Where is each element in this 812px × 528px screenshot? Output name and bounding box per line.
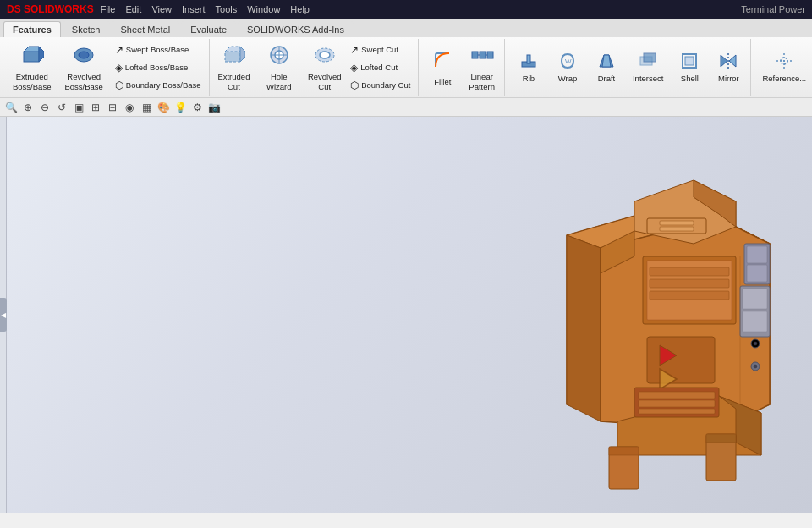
revolved-cut-button[interactable]: RevolvedCut — [304, 41, 344, 94]
reference-button[interactable]: Reference... — [756, 41, 812, 94]
main-area: ◀ — [0, 117, 812, 513]
boundary-cut-button[interactable]: ⬡ Boundary Cut — [346, 77, 414, 94]
fillet-group: Fillet Linear Pattern — [420, 39, 505, 96]
scene-button[interactable]: 🎨 — [156, 100, 171, 115]
lofted-boss-button[interactable]: ◈ Lofted Boss/Base — [111, 59, 206, 76]
intersect-icon — [639, 52, 657, 72]
svg-point-4 — [79, 52, 89, 58]
svg-marker-56 — [609, 447, 639, 455]
swept-boss-button[interactable]: ↗ Swept Boss/Base — [111, 41, 206, 58]
menu-window[interactable]: Window — [247, 4, 280, 14]
window-title: Terminal Power — [741, 4, 805, 14]
cut-group: ExtrudedCut Hole Wizard RevolvedCut — [211, 39, 420, 96]
lofted-boss-label: Lofted Boss/Base — [125, 63, 188, 72]
intersect-button[interactable]: Intersect — [627, 41, 669, 94]
svg-rect-72 — [660, 221, 694, 225]
svg-marker-23 — [602, 55, 611, 67]
svg-marker-28 — [721, 55, 727, 67]
svg-rect-52 — [747, 265, 767, 282]
wrap-label: Wrap — [558, 74, 578, 83]
reference-label: Reference... — [762, 74, 806, 83]
linear-pattern-button[interactable]: Linear Pattern — [463, 41, 501, 94]
swept-boss-icon: ↗ — [115, 44, 123, 56]
menu-help[interactable]: Help — [290, 4, 310, 14]
svg-rect-5 — [225, 52, 240, 62]
tab-sheet-metal[interactable]: Sheet Metal — [112, 21, 180, 37]
extruded-cut-button[interactable]: ExtrudedCut — [215, 41, 254, 94]
secondary-toolbar: 🔍 ⊕ ⊖ ↺ ▣ ⊞ ⊟ ◉ ▦ 🎨 💡 ⚙ 📷 — [0, 98, 812, 117]
zoom-out-button[interactable]: ⊖ — [37, 100, 52, 115]
revolved-boss-label: RevolvedBoss/Base — [64, 72, 102, 91]
mirror-button[interactable]: Mirror — [710, 41, 747, 94]
zoom-in-button[interactable]: ⊕ — [20, 100, 36, 115]
swept-cut-button[interactable]: ↗ Swept Cut — [346, 41, 414, 58]
svg-rect-16 — [487, 52, 493, 58]
cut-stack: ↗ Swept Cut ◈ Lofted Cut ⬡ Boundary Cut — [346, 41, 414, 94]
settings-button[interactable]: ⚙ — [189, 100, 205, 115]
tab-features[interactable]: Features — [3, 21, 61, 37]
reference-group: Reference... Curves — [753, 39, 812, 96]
svg-rect-73 — [660, 227, 694, 231]
panel-toggle-button[interactable]: ◀ — [0, 298, 7, 332]
menu-bar[interactable]: File Edit View Insert Tools Window Help — [101, 4, 742, 14]
svg-marker-1 — [24, 47, 39, 52]
appearance-button[interactable]: ▦ — [139, 100, 154, 115]
revolved-cut-icon — [313, 43, 337, 70]
model-svg — [516, 134, 787, 498]
extruded-boss-button[interactable]: ExtrudedBoss/Base — [7, 41, 57, 94]
boss-base-stack: ↗ Swept Boss/Base ◈ Lofted Boss/Base ⬡ B… — [111, 41, 206, 94]
hole-wizard-label: Hole Wizard — [261, 72, 297, 91]
view-orient-button[interactable]: ▣ — [71, 100, 86, 115]
reference-icon — [775, 52, 793, 72]
viewport[interactable] — [7, 117, 812, 513]
shell-label: Shell — [681, 74, 699, 83]
svg-rect-65 — [639, 409, 715, 414]
fillet-icon — [431, 48, 454, 75]
rib-button[interactable]: Rib — [510, 41, 547, 94]
svg-rect-49 — [743, 311, 767, 332]
revolved-boss-icon — [72, 43, 96, 70]
rib-icon — [519, 52, 538, 72]
capture-button[interactable]: 📷 — [206, 100, 222, 115]
draft-button[interactable]: Draft — [588, 41, 625, 94]
svg-rect-14 — [472, 52, 478, 58]
features-group: Rib W Wrap Draft — [507, 39, 751, 96]
svg-point-69 — [754, 365, 757, 368]
menu-edit[interactable]: Edit — [125, 4, 141, 14]
hole-wizard-button[interactable]: Hole Wizard — [255, 41, 303, 94]
svg-rect-63 — [639, 392, 715, 399]
menu-tools[interactable]: Tools — [216, 4, 238, 14]
display-mode-button[interactable]: ◉ — [122, 100, 137, 115]
extruded-boss-icon — [20, 43, 44, 70]
zoom-fit-button[interactable]: 🔍 — [3, 100, 19, 115]
boundary-boss-button[interactable]: ⬡ Boundary Boss/Base — [111, 77, 206, 94]
hole-wizard-icon — [267, 43, 291, 70]
fillet-button[interactable]: Fillet — [424, 41, 461, 94]
svg-rect-45 — [650, 279, 729, 288]
wrap-icon: W — [558, 52, 577, 72]
menu-file[interactable]: File — [101, 4, 116, 14]
revolved-cut-label: RevolvedCut — [308, 72, 342, 91]
rotate-button[interactable]: ↺ — [54, 100, 69, 115]
svg-text:W: W — [565, 58, 572, 65]
ribbon-tabs: Features Sketch Sheet Metal Evaluate SOL… — [0, 19, 812, 37]
lofted-cut-label: Lofted Cut — [360, 63, 398, 72]
tab-evaluate[interactable]: Evaluate — [181, 21, 236, 37]
boundary-cut-icon: ⬡ — [350, 80, 359, 91]
menu-insert[interactable]: Insert — [182, 4, 206, 14]
fillet-label: Fillet — [434, 77, 451, 86]
wrap-button[interactable]: W Wrap — [549, 41, 586, 94]
lofted-cut-button[interactable]: ◈ Lofted Cut — [346, 59, 414, 76]
section-view-button[interactable]: ⊞ — [88, 100, 103, 115]
svg-marker-29 — [729, 55, 736, 67]
tab-solidworks-addins[interactable]: SOLIDWORKS Add-Ins — [238, 21, 354, 37]
shell-button[interactable]: Shell — [671, 41, 708, 94]
realview-button[interactable]: 💡 — [173, 100, 188, 115]
sw-logo: DS SOLIDWORKS — [7, 3, 94, 15]
revolved-boss-button[interactable]: RevolvedBoss/Base — [58, 41, 108, 94]
tab-sketch[interactable]: Sketch — [63, 21, 110, 37]
svg-rect-20 — [527, 55, 530, 63]
view-hide-button[interactable]: ⊟ — [105, 100, 120, 115]
menu-view[interactable]: View — [151, 4, 172, 14]
intersect-label: Intersect — [633, 74, 663, 83]
